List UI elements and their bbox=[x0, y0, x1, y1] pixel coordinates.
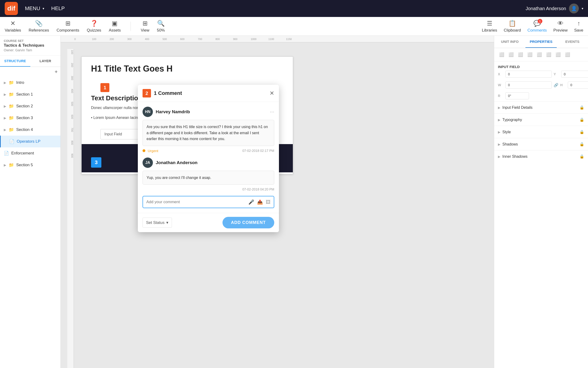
comment-input-box: 🎤 📤 🖼 bbox=[142, 196, 274, 208]
inner-shadows-label: Inner Shadows bbox=[502, 155, 579, 159]
chevron-icon: ▶ bbox=[4, 92, 6, 96]
toolbar-clipboard[interactable]: 📋 Clipboard bbox=[504, 20, 521, 33]
chevron-right-icon: ▶ bbox=[498, 106, 500, 110]
attach-icon[interactable]: 📤 bbox=[257, 199, 263, 205]
comment2-timestamp: 07-02-2018 04:20 PM bbox=[243, 187, 274, 191]
comments-badge: 1 bbox=[538, 19, 542, 24]
tab-properties[interactable]: PROPERTIES bbox=[526, 36, 557, 48]
toolbar-preview[interactable]: 👁 Preview bbox=[553, 20, 568, 33]
dropdown-chevron-icon: ▾ bbox=[166, 220, 168, 225]
tab-layer[interactable]: LAYER bbox=[30, 55, 61, 67]
tab-events[interactable]: EVENTS bbox=[557, 36, 588, 48]
comment-badge-1[interactable]: 1 bbox=[100, 83, 109, 92]
comment1-author: Harvey Namdrib bbox=[156, 109, 267, 114]
align-left-button[interactable]: ⬜ bbox=[498, 51, 505, 58]
folder-icon: 📁 bbox=[9, 104, 14, 109]
toolbar-libraries[interactable]: ☰ Libraries bbox=[482, 20, 497, 33]
toolbar-comments[interactable]: 💬 1 Comments bbox=[527, 20, 547, 33]
comment1-status: Urgent bbox=[148, 149, 158, 153]
status-dropdown[interactable]: Set Status ▾ bbox=[142, 218, 172, 228]
sidebar-tree: ▶ 📁 Intro ▶ 📁 Section 1 ▶ 📁 Section 2 ▶ … bbox=[0, 77, 61, 368]
link-icon[interactable]: 🔗 bbox=[554, 83, 558, 87]
align-bottom-button[interactable]: ⬜ bbox=[545, 51, 553, 58]
dialog-title: 1 Comment bbox=[154, 90, 267, 96]
chevron-icon: ▶ bbox=[4, 104, 6, 108]
lock-icon: 🔒 bbox=[579, 130, 584, 134]
folder-icon: 📁 bbox=[9, 127, 14, 132]
menu-button[interactable]: MENU ▾ bbox=[25, 5, 44, 11]
owner-label: Owner: Garvin Tam bbox=[4, 48, 57, 52]
user-menu[interactable]: Jonathan Anderson 👤 ▾ bbox=[526, 4, 583, 13]
y-input[interactable] bbox=[561, 71, 588, 78]
add-comment-button[interactable]: ADD COMMENT bbox=[222, 217, 274, 228]
sidebar-item-operators-lp[interactable]: 📄 Operators LP bbox=[0, 136, 61, 147]
comment2-meta: 07-02-2018 04:20 PM bbox=[142, 187, 274, 191]
sidebar-item-section2[interactable]: ▶ 📁 Section 2 bbox=[0, 100, 61, 112]
assets-icon: ▣ bbox=[112, 20, 118, 27]
tab-unit-info[interactable]: UNIT INFO bbox=[494, 36, 526, 48]
toolbar-variables[interactable]: ✕ Variables bbox=[5, 20, 21, 33]
microphone-icon[interactable]: 🎤 bbox=[248, 199, 254, 205]
sidebar-item-enforcement[interactable]: 📄 Enforcement bbox=[0, 147, 61, 159]
comment-badge-3[interactable]: 3 bbox=[91, 157, 101, 168]
sidebar-item-section3[interactable]: ▶ 📁 Section 3 bbox=[0, 112, 61, 124]
chevron-icon: ▶ bbox=[4, 128, 6, 132]
inner-shadows-toggle[interactable]: ▶ Inner Shadows 🔒 bbox=[494, 150, 588, 162]
add-item-button[interactable]: + bbox=[54, 69, 58, 75]
comment-item-1: HN Harvey Namdrib ··· Are you sure that … bbox=[142, 107, 274, 153]
sidebar-item-intro[interactable]: ▶ 📁 Intro bbox=[0, 77, 61, 89]
save-icon: ↑ bbox=[577, 20, 580, 27]
toolbar-assets[interactable]: ▣ Assets bbox=[109, 20, 121, 33]
wh-field-row: W 🔗 H bbox=[494, 80, 588, 90]
folder-icon: 📁 bbox=[9, 115, 14, 120]
view-icon: ⊞ bbox=[142, 20, 148, 27]
align-right-button[interactable]: ⬜ bbox=[517, 51, 524, 58]
comment1-meta: Urgent 07-02-2018 02:17 PM bbox=[142, 149, 274, 153]
toolbar-quizzes[interactable]: ❓ Quizzes bbox=[87, 20, 101, 33]
app-logo[interactable]: dif bbox=[5, 2, 18, 15]
style-toggle[interactable]: ▶ Style 🔒 bbox=[494, 126, 588, 138]
sidebar-item-section1[interactable]: ▶ 📁 Section 1 bbox=[0, 89, 61, 100]
comment-input[interactable] bbox=[146, 200, 246, 204]
align-center-h-button[interactable]: ⬜ bbox=[507, 51, 515, 58]
right-panel: UNIT INFO PROPERTIES EVENTS ⬜ ⬜ ⬜ ⬜ ⬜ ⬜ … bbox=[494, 36, 588, 368]
comment1-more-button[interactable]: ··· bbox=[270, 109, 274, 115]
tab-structure[interactable]: STRUCTURE bbox=[0, 55, 30, 67]
input-field-details-label: Input Field Details bbox=[502, 105, 579, 110]
sidebar-add: + bbox=[0, 67, 61, 77]
xy-field-row: X Y bbox=[494, 69, 588, 80]
avatar-ja: JA bbox=[142, 157, 153, 168]
align-top-button[interactable]: ⬜ bbox=[526, 51, 534, 58]
input-field-details-toggle[interactable]: ▶ Input Field Details 🔒 bbox=[494, 101, 588, 113]
chevron-icon: ▶ bbox=[4, 163, 6, 167]
h-input[interactable] bbox=[568, 82, 588, 89]
close-button[interactable]: ✕ bbox=[270, 90, 274, 97]
toolbar-references[interactable]: 📎 References bbox=[29, 20, 49, 33]
toolbar-save[interactable]: ↑ Save bbox=[574, 20, 583, 33]
align-center-v-button[interactable]: ⬜ bbox=[535, 51, 543, 58]
typography-section: ▶ Typography 🔒 bbox=[494, 113, 588, 126]
references-icon: 📎 bbox=[35, 20, 43, 27]
r-input[interactable] bbox=[505, 92, 529, 99]
help-button[interactable]: HELP bbox=[51, 5, 65, 11]
sidebar-item-section4[interactable]: ▶ 📁 Section 4 bbox=[0, 124, 61, 136]
dialog-body: HN Harvey Namdrib ··· Are you sure that … bbox=[138, 102, 279, 213]
distribute-v-button[interactable]: ⬜ bbox=[564, 51, 571, 58]
toolbar-components[interactable]: ⊞ Components bbox=[57, 20, 79, 33]
lock-icon: 🔒 bbox=[579, 142, 584, 147]
user-chevron-icon: ▾ bbox=[582, 7, 583, 10]
x-input[interactable] bbox=[505, 71, 552, 78]
sidebar-item-section5[interactable]: ▶ 📁 Section 5 bbox=[0, 159, 61, 171]
image-icon[interactable]: 🖼 bbox=[266, 199, 271, 205]
typography-label: Typography bbox=[502, 118, 579, 122]
shadows-toggle[interactable]: ▶ Shadows 🔒 bbox=[494, 138, 588, 150]
chevron-right-icon: ▶ bbox=[498, 155, 500, 158]
typography-toggle[interactable]: ▶ Typography 🔒 bbox=[494, 114, 588, 126]
comment-item-2: JA Jonathan Anderson Yup, you are correc… bbox=[142, 157, 274, 191]
w-input[interactable] bbox=[505, 82, 552, 89]
toolbar-view[interactable]: ⊞ View bbox=[141, 20, 149, 33]
toolbar-zoom[interactable]: 🔍 50% bbox=[157, 20, 165, 33]
toolbar-right: ☰ Libraries 📋 Clipboard 💬 1 Comments 👁 P… bbox=[482, 20, 583, 33]
shadows-label: Shadows bbox=[502, 142, 579, 147]
distribute-h-button[interactable]: ⬜ bbox=[554, 51, 562, 58]
